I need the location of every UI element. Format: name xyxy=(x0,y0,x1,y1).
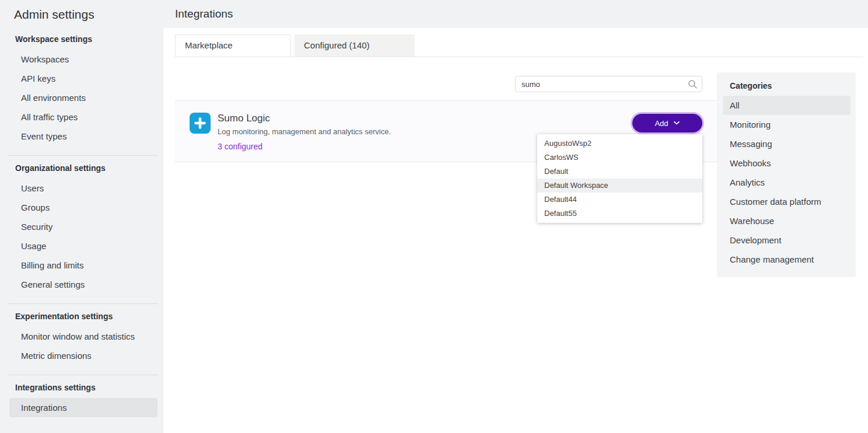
sidebar-nav: Workspace settings Workspaces API keys A… xyxy=(0,27,163,417)
sidebar-section-items: Users Groups Security Usage Billing and … xyxy=(0,179,163,294)
categories-panel: Categories All Monitoring Messaging Webh… xyxy=(717,72,856,277)
category-item[interactable]: Warehouse xyxy=(717,211,856,231)
category-item[interactable]: Customer data platform xyxy=(717,192,856,211)
categories-list: All Monitoring Messaging Webhooks Analyt… xyxy=(717,96,856,269)
sumo-logic-plus-icon xyxy=(190,113,211,134)
category-item[interactable]: Change management xyxy=(717,250,856,269)
search-box xyxy=(515,76,702,92)
sidebar-section-heading: Experimentation settings xyxy=(0,304,163,327)
sidebar-item[interactable]: Security xyxy=(0,217,163,236)
sidebar-item[interactable]: All environments xyxy=(0,88,163,107)
category-item[interactable]: All xyxy=(723,96,850,115)
workspace-dropdown: AugustoWsp2 CarlosWS Default Default Wor… xyxy=(537,134,702,223)
sidebar-section: Integrations settings Integrations xyxy=(0,375,163,417)
chevron-down-icon xyxy=(673,121,680,125)
sidebar-section-items: Workspaces API keys All environments All… xyxy=(0,50,163,146)
sidebar-item[interactable]: Billing and limits xyxy=(0,256,163,275)
add-button-wrapper: Add AugustoWsp2 CarlosWS xyxy=(632,114,702,132)
sidebar-item[interactable]: Monitor window and statistics xyxy=(0,327,163,346)
sidebar-section-heading: Workspace settings xyxy=(0,27,163,50)
admin-sidebar: Admin settings Workspace settings Worksp… xyxy=(0,0,163,433)
sidebar-item[interactable]: Workspaces xyxy=(0,50,163,69)
sidebar-section: Organizational settings Users Groups Sec… xyxy=(0,155,163,294)
page-title: Integrations xyxy=(175,8,233,20)
search-row xyxy=(175,76,702,92)
sidebar-section-items: Integrations xyxy=(0,398,163,417)
integration-row: Sumo Logic Log monitoring, management an… xyxy=(175,100,717,162)
category-item[interactable]: Messaging xyxy=(717,134,856,153)
content-row: Sumo Logic Log monitoring, management an… xyxy=(163,57,868,433)
categories-heading: Categories xyxy=(717,75,856,96)
sidebar-item[interactable]: Users xyxy=(0,179,163,198)
sidebar-item[interactable]: Metric dimensions xyxy=(0,346,163,365)
sidebar-item[interactable]: Usage xyxy=(0,236,163,256)
category-item[interactable]: Monitoring xyxy=(717,115,856,134)
integration-name: Sumo Logic xyxy=(218,113,391,124)
workspace-option[interactable]: CarlosWS xyxy=(537,151,702,165)
tab[interactable]: Marketplace xyxy=(175,34,290,57)
add-button[interactable]: Add xyxy=(632,114,702,132)
category-item[interactable]: Analytics xyxy=(717,173,856,192)
sidebar-section-items: Monitor window and statistics Metric dim… xyxy=(0,327,163,365)
sidebar-item[interactable]: API keys xyxy=(0,69,163,88)
sidebar-section: Workspace settings Workspaces API keys A… xyxy=(0,27,163,146)
add-button-label: Add xyxy=(654,119,668,128)
category-item[interactable]: Development xyxy=(717,231,856,250)
integration-description: Log monitoring, management and analytics… xyxy=(218,127,391,136)
sidebar-section: Experimentation settings Monitor window … xyxy=(0,303,163,365)
sidebar-item[interactable]: Event types xyxy=(0,127,163,146)
tab-bar: Marketplace Configured (140) xyxy=(175,34,863,57)
workspace-option[interactable]: AugustoWsp2 xyxy=(537,137,702,151)
sidebar-title: Admin settings xyxy=(0,0,163,27)
tab[interactable]: Configured (140) xyxy=(295,34,415,57)
marketplace-column: Sumo Logic Log monitoring, management an… xyxy=(163,57,717,162)
category-item[interactable]: Webhooks xyxy=(717,153,856,173)
workspace-option[interactable]: Default xyxy=(537,165,702,179)
sidebar-item[interactable]: Groups xyxy=(0,198,163,217)
search-input[interactable] xyxy=(515,76,702,92)
integration-info: Sumo Logic Log monitoring, management an… xyxy=(218,113,391,152)
configured-link[interactable]: 3 configured xyxy=(218,142,262,151)
main-area: Integrations Marketplace Configured (140… xyxy=(163,0,868,433)
workspace-option[interactable]: Default55 xyxy=(537,207,702,221)
sidebar-item[interactable]: All traffic types xyxy=(0,107,163,127)
sidebar-item[interactable]: Integrations xyxy=(9,398,158,417)
sidebar-section-heading: Integrations settings xyxy=(0,375,163,398)
app-root: Admin settings Workspace settings Worksp… xyxy=(0,0,868,433)
workspace-option[interactable]: Default44 xyxy=(537,193,702,207)
page-header: Integrations xyxy=(163,0,868,28)
workspace-option[interactable]: Default Workspace xyxy=(537,179,702,193)
sidebar-item[interactable]: General settings xyxy=(0,275,163,294)
sidebar-section-heading: Organizational settings xyxy=(0,156,163,179)
